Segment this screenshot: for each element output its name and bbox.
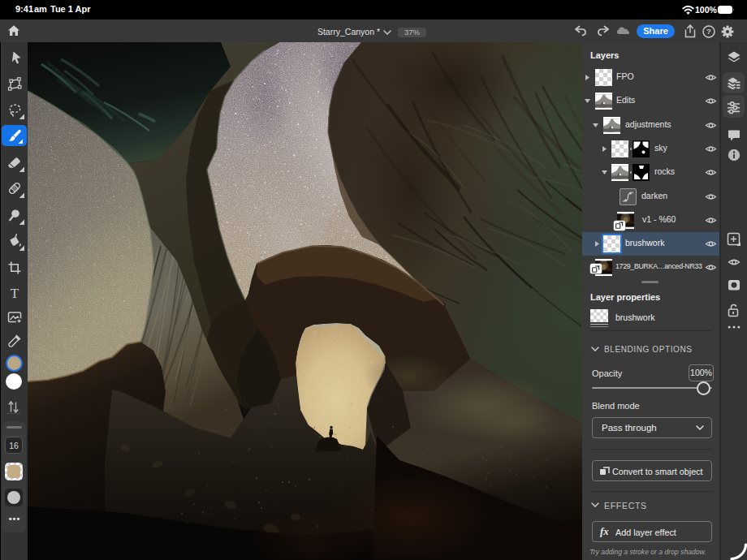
svg-text:T: T [10, 286, 19, 301]
svg-text:?: ? [706, 27, 711, 36]
